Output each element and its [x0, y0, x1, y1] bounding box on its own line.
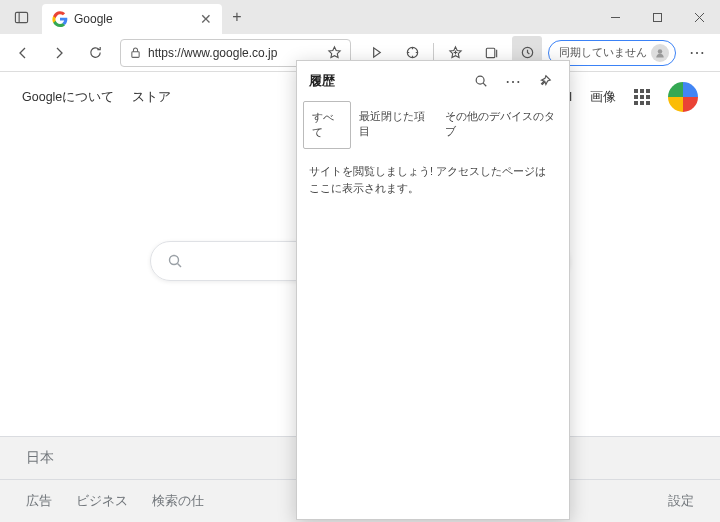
google-favicon — [52, 11, 68, 27]
tab-close-button[interactable]: ✕ — [200, 11, 212, 27]
google-apps-icon[interactable] — [634, 89, 650, 105]
tab-actions-button[interactable] — [6, 2, 36, 32]
nav-images[interactable]: 画像 — [590, 89, 616, 106]
history-pin-button[interactable] — [533, 69, 557, 93]
footer-business[interactable]: ビジネス — [76, 492, 128, 510]
history-more-button[interactable]: ⋯ — [501, 69, 525, 93]
svg-rect-6 — [132, 52, 139, 58]
nav-store[interactable]: ストア — [132, 89, 171, 106]
menu-button[interactable]: ⋯ — [682, 36, 712, 70]
google-profile-avatar[interactable] — [668, 82, 698, 112]
window-controls — [594, 2, 720, 32]
history-panel: 履歴 ⋯ すべて 最近閉じた項目 その他のデバイスのタブ サイトを閲覧しましょう… — [296, 60, 570, 520]
history-tab-recent[interactable]: 最近閉じた項目 — [351, 101, 437, 149]
tab-title: Google — [74, 12, 194, 26]
history-empty-message: サイトを閲覧しましょう! アクセスしたページはここに表示されます。 — [297, 149, 569, 210]
sync-label: 同期していません — [559, 45, 647, 60]
history-tab-other[interactable]: その他のデバイスのタブ — [437, 101, 563, 149]
history-tabs: すべて 最近閉じた項目 その他のデバイスのタブ — [297, 101, 569, 149]
search-icon — [167, 253, 183, 269]
svg-point-15 — [476, 76, 484, 84]
maximize-button[interactable] — [636, 2, 678, 32]
title-bar: Google ✕ + — [0, 0, 720, 34]
svg-line-14 — [178, 264, 182, 268]
svg-rect-10 — [486, 48, 494, 57]
svg-rect-0 — [15, 12, 27, 22]
new-tab-button[interactable]: + — [222, 2, 252, 32]
footer-search-info[interactable]: 検索の仕 — [152, 492, 204, 510]
svg-point-13 — [170, 256, 179, 265]
history-panel-title: 履歴 — [309, 72, 335, 90]
svg-line-16 — [483, 83, 486, 86]
close-window-button[interactable] — [678, 2, 720, 32]
history-search-button[interactable] — [469, 69, 493, 93]
svg-point-12 — [658, 49, 663, 54]
footer-ads[interactable]: 広告 — [26, 492, 52, 510]
address-url: https://www.google.co.jp — [148, 46, 277, 60]
profile-avatar-icon — [651, 44, 669, 62]
back-button[interactable] — [8, 36, 38, 70]
refresh-button[interactable] — [80, 36, 110, 70]
minimize-button[interactable] — [594, 2, 636, 32]
lock-icon — [129, 46, 142, 59]
svg-rect-3 — [653, 13, 661, 21]
browser-tab[interactable]: Google ✕ — [42, 4, 222, 34]
footer-settings[interactable]: 設定 — [668, 492, 694, 510]
history-tab-all[interactable]: すべて — [303, 101, 351, 149]
forward-button[interactable] — [44, 36, 74, 70]
nav-about[interactable]: Googleについて — [22, 89, 114, 106]
favorite-star-icon[interactable] — [327, 45, 342, 60]
